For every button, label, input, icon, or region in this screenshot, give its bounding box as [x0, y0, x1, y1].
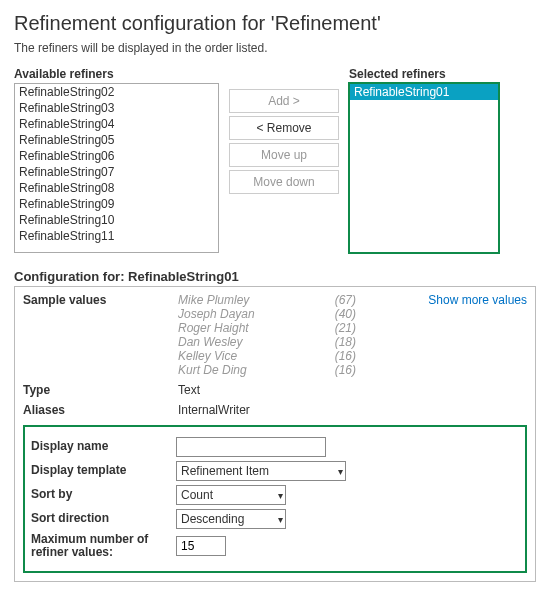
chevron-down-icon: ▾ — [332, 466, 343, 477]
selected-column: Selected refiners RefinableString01 — [349, 67, 499, 253]
chevron-down-icon: ▾ — [272, 490, 283, 501]
display-name-label: Display name — [31, 440, 176, 453]
sample-value-name: Mike Plumley — [178, 293, 298, 307]
sort-by-value: Count — [181, 488, 213, 502]
list-item[interactable]: RefinableString05 — [15, 132, 218, 148]
aliases-value: InternalWriter — [178, 403, 250, 417]
available-column: Available refiners RefinableString02Refi… — [14, 67, 219, 253]
sample-value-count: (16) — [316, 349, 356, 363]
sample-value-name: Dan Wesley — [178, 335, 298, 349]
list-item[interactable]: RefinableString04 — [15, 116, 218, 132]
sort-direction-value: Descending — [181, 512, 244, 526]
display-template-value: Refinement Item — [181, 464, 269, 478]
sample-value-name: Kurt De Ding — [178, 363, 298, 377]
sample-value-row: Kurt De Ding(16) — [178, 363, 408, 377]
refiner-picker: Available refiners RefinableString02Refi… — [14, 67, 536, 253]
sample-value-count: (40) — [316, 307, 356, 321]
list-item[interactable]: RefinableString09 — [15, 196, 218, 212]
list-item[interactable]: RefinableString06 — [15, 148, 218, 164]
sample-values-list: Mike Plumley(67)Joseph Dayan(40)Roger Ha… — [178, 293, 408, 377]
selected-list[interactable]: RefinableString01 — [349, 83, 499, 253]
list-item[interactable]: RefinableString01 — [350, 84, 498, 100]
sample-value-row: Joseph Dayan(40) — [178, 307, 408, 321]
list-item[interactable]: RefinableString08 — [15, 180, 218, 196]
sort-direction-label: Sort direction — [31, 512, 176, 525]
add-button[interactable]: Add > — [229, 89, 339, 113]
aliases-label: Aliases — [23, 403, 178, 417]
max-values-label: Maximum number of refiner values: — [31, 533, 176, 559]
page-title: Refinement configuration for 'Refinement… — [14, 12, 536, 35]
available-label: Available refiners — [14, 67, 219, 81]
sort-by-select[interactable]: Count ▾ — [176, 485, 286, 505]
sample-values-label: Sample values — [23, 293, 178, 377]
sample-value-row: Kelley Vice(16) — [178, 349, 408, 363]
sample-value-row: Mike Plumley(67) — [178, 293, 408, 307]
list-item[interactable]: RefinableString11 — [15, 228, 218, 244]
sort-direction-select[interactable]: Descending ▾ — [176, 509, 286, 529]
sample-value-row: Roger Haight(21) — [178, 321, 408, 335]
sample-value-count: (16) — [316, 363, 356, 377]
selected-label: Selected refiners — [349, 67, 499, 81]
config-for-label: Configuration for: RefinableString01 — [14, 269, 536, 284]
sample-value-row: Dan Wesley(18) — [178, 335, 408, 349]
sample-value-name: Roger Haight — [178, 321, 298, 335]
sample-value-name: Joseph Dayan — [178, 307, 298, 321]
type-label: Type — [23, 383, 178, 397]
sample-value-count: (67) — [316, 293, 356, 307]
available-list[interactable]: RefinableString02RefinableString03Refina… — [14, 83, 219, 253]
sample-value-count: (21) — [316, 321, 356, 335]
moveup-button[interactable]: Move up — [229, 143, 339, 167]
page-subtitle: The refiners will be displayed in the or… — [14, 41, 536, 55]
display-template-select[interactable]: Refinement Item ▾ — [176, 461, 346, 481]
list-item[interactable]: RefinableString10 — [15, 212, 218, 228]
movedown-button[interactable]: Move down — [229, 170, 339, 194]
sample-value-count: (18) — [316, 335, 356, 349]
chevron-down-icon: ▾ — [272, 514, 283, 525]
type-value: Text — [178, 383, 200, 397]
display-template-label: Display template — [31, 464, 176, 477]
move-buttons: Add > < Remove Move up Move down — [229, 67, 339, 194]
form-highlight: Display name Display template Refinement… — [23, 425, 527, 573]
list-item[interactable]: RefinableString03 — [15, 100, 218, 116]
remove-button[interactable]: < Remove — [229, 116, 339, 140]
display-name-input[interactable] — [176, 437, 326, 457]
config-box: Sample values Mike Plumley(67)Joseph Day… — [14, 286, 536, 582]
list-item[interactable]: RefinableString02 — [15, 84, 218, 100]
show-more-values[interactable]: Show more values — [408, 293, 527, 377]
sort-by-label: Sort by — [31, 488, 176, 501]
sample-value-name: Kelley Vice — [178, 349, 298, 363]
max-values-input[interactable] — [176, 536, 226, 556]
list-item[interactable]: RefinableString07 — [15, 164, 218, 180]
